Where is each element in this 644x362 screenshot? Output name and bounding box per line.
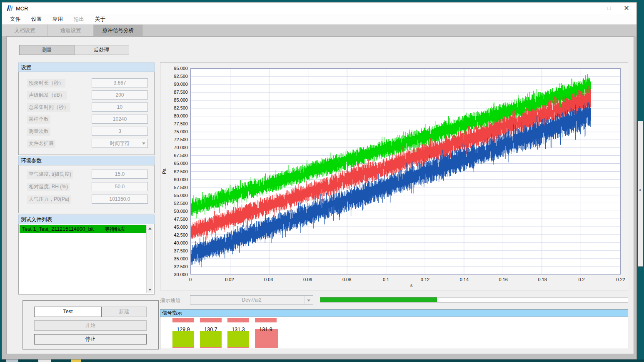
y-tick-label: 95.000 bbox=[163, 66, 188, 71]
sample-count-field[interactable]: 10240 bbox=[92, 115, 148, 124]
y-axis-label: Pa bbox=[162, 168, 167, 174]
signal-peak-strip bbox=[255, 318, 277, 322]
y-tick-label: 57.500 bbox=[163, 185, 188, 190]
y-tick-label: 87.500 bbox=[163, 90, 188, 95]
chart-panel: 95.00092.50090.00087.50085.00082.50080.0… bbox=[160, 62, 628, 290]
tab-document-settings[interactable]: 文档设置 bbox=[2, 25, 48, 36]
y-tick-label: 92.500 bbox=[163, 74, 188, 79]
y-tick-label: 67.500 bbox=[163, 153, 188, 158]
chevron-down-icon bbox=[307, 300, 310, 302]
new-button: 新建 bbox=[102, 307, 147, 317]
signal-value: 131.3 bbox=[227, 327, 250, 332]
signal-level-block bbox=[200, 331, 222, 348]
prerecord-duration-field[interactable]: 3.667 bbox=[92, 78, 148, 87]
y-tick-label: 32.500 bbox=[163, 264, 188, 269]
x-tick-label: 0.1 bbox=[374, 277, 399, 282]
y-tick-label: 55.000 bbox=[163, 193, 188, 198]
combo-separator bbox=[304, 296, 305, 304]
minimize-button[interactable]: — bbox=[582, 2, 600, 14]
signal-peak-strip bbox=[172, 318, 194, 322]
humidity-field[interactable]: 50.0 bbox=[92, 182, 148, 191]
x-tick-label: 0.06 bbox=[295, 277, 320, 282]
total-time-field[interactable]: 10 bbox=[92, 102, 148, 112]
scroll-up-icon[interactable] bbox=[147, 225, 153, 232]
signal-level-block bbox=[172, 331, 194, 348]
sample-count-label: 采样个数 bbox=[27, 115, 50, 124]
x-tick-label: 0.16 bbox=[491, 277, 516, 282]
y-tick-label: 77.500 bbox=[163, 121, 188, 126]
list-scrollbar[interactable] bbox=[146, 225, 153, 293]
signal-peak-strip bbox=[200, 318, 222, 322]
signal-indicator: 130.7 bbox=[199, 317, 222, 350]
menubar: 文件 设置 应用 输出 关于 bbox=[2, 14, 637, 25]
y-tick-label: 75.000 bbox=[163, 129, 188, 134]
signal-indication-header: 信号指示 bbox=[160, 310, 628, 317]
x-tick-label: 0.02 bbox=[217, 277, 242, 282]
postprocess-button[interactable]: 后处理 bbox=[74, 45, 129, 55]
app-logo-icon bbox=[6, 5, 13, 12]
y-tick-label: 45.000 bbox=[163, 225, 188, 230]
start-button: 开始 bbox=[34, 320, 147, 331]
chevron-down-icon bbox=[142, 142, 145, 145]
y-tick-label: 35.000 bbox=[163, 256, 188, 261]
acquisition-progress-bar bbox=[320, 297, 628, 302]
x-tick-label: 0.08 bbox=[334, 277, 359, 282]
menu-application[interactable]: 应用 bbox=[47, 14, 68, 25]
test-name-field[interactable]: Test bbox=[34, 307, 102, 317]
y-tick-label: 42.500 bbox=[163, 232, 188, 237]
menu-about[interactable]: 关于 bbox=[90, 14, 111, 25]
x-tick-label: 0 bbox=[178, 277, 203, 282]
signal-indicator: 131.9 bbox=[254, 317, 277, 350]
menu-settings[interactable]: 设置 bbox=[26, 14, 47, 25]
environment-group-header: 环境参数 bbox=[18, 156, 155, 165]
measure-times-label: 测量次数 bbox=[27, 127, 50, 136]
air-temp-field[interactable]: 15.0 bbox=[92, 170, 148, 179]
sidebar-collapse-handle[interactable]: < bbox=[638, 121, 643, 267]
total-time-label: 总采集时间（秒） bbox=[27, 103, 70, 112]
progress-fill bbox=[320, 297, 437, 302]
signal-level-block bbox=[227, 331, 249, 348]
y-tick-label: 62.500 bbox=[163, 169, 188, 174]
taskbar-item[interactable] bbox=[6, 360, 18, 362]
measure-times-field[interactable]: 3 bbox=[92, 127, 148, 136]
taskbar-item[interactable] bbox=[71, 360, 81, 362]
signal-indication-panel: 信号指示 129.9130.7131.3131.9 bbox=[160, 309, 628, 349]
file-list-group: 测试文件列表 Test 1_Test_211215114800_blt等待触发 bbox=[18, 215, 155, 295]
y-tick-label: 40.000 bbox=[163, 240, 188, 245]
combo-separator bbox=[139, 140, 139, 147]
stop-button[interactable]: 停止 bbox=[34, 334, 147, 345]
y-tick-label: 72.500 bbox=[163, 137, 188, 142]
y-tick-label: 80.000 bbox=[163, 113, 188, 118]
level-trigger-field[interactable]: 200 bbox=[92, 90, 148, 100]
close-button[interactable]: ✕ bbox=[617, 2, 636, 14]
environment-group: 环境参数 空气温度, t(摄氏度) 15.0 相对湿度, RH (%) 50.0… bbox=[18, 156, 155, 213]
y-tick-label: 47.500 bbox=[163, 217, 188, 222]
x-tick-label: 0.18 bbox=[530, 277, 555, 282]
x-tick-label: 0.04 bbox=[256, 277, 281, 282]
x-tick-label: 0.12 bbox=[412, 277, 437, 282]
air-temp-label: 空气温度, t(摄氏度) bbox=[27, 170, 73, 179]
signal-peak-strip bbox=[227, 318, 249, 322]
y-tick-label: 50.000 bbox=[163, 209, 188, 214]
indicator-channel-label: 指示通道 bbox=[160, 297, 181, 304]
pressure-field[interactable]: 101350.0 bbox=[92, 195, 148, 204]
filename-ext-combo[interactable]: 时间字符 bbox=[92, 139, 148, 148]
scroll-down-icon[interactable] bbox=[147, 286, 153, 293]
prerecord-duration-label: 预录时长（秒） bbox=[27, 79, 65, 87]
tab-page: 测量 后处理 设置 预录时长（秒） 3.667 声级触发（dB） 200 总采集… bbox=[6, 36, 634, 354]
settings-group: 设置 预录时长（秒） 3.667 声级触发（dB） 200 总采集时间（秒） 1… bbox=[18, 62, 155, 155]
indicator-channel-combo[interactable]: Dev7/ai2 bbox=[190, 295, 313, 305]
test-file-row[interactable]: Test 1_Test_211215114800_blt等待触发 bbox=[20, 225, 146, 233]
tab-channel-settings[interactable]: 通道设置 bbox=[48, 25, 94, 36]
maximize-button[interactable]: □ bbox=[600, 2, 618, 14]
signal-value: 129.9 bbox=[172, 327, 195, 332]
filename-ext-label: 文件名扩展 bbox=[27, 140, 55, 148]
settings-group-header: 设置 bbox=[18, 62, 155, 72]
taskbar-item[interactable] bbox=[38, 360, 51, 362]
menu-output: 输出 bbox=[68, 14, 90, 25]
tab-pulse-signal-analysis[interactable]: 脉冲信号分析 bbox=[94, 25, 143, 36]
measure-button[interactable]: 测量 bbox=[19, 45, 74, 55]
test-file-name: Test 1_Test_211215114800_blt bbox=[22, 226, 94, 232]
menu-file[interactable]: 文件 bbox=[5, 14, 26, 25]
test-file-listbox[interactable]: Test 1_Test_211215114800_blt等待触发 bbox=[19, 225, 154, 294]
